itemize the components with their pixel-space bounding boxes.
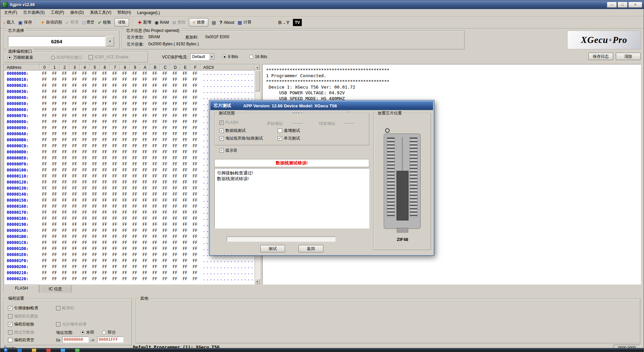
hex-byte-cell[interactable]: FF <box>90 210 100 215</box>
hex-byte-cell[interactable]: FF <box>110 258 120 263</box>
hex-byte-cell[interactable]: FF <box>160 132 170 136</box>
hex-byte-cell[interactable]: FF <box>100 210 110 215</box>
hex-byte-cell[interactable]: FF <box>50 246 60 251</box>
clear-log-button[interactable]: 清除 <box>616 53 641 60</box>
hex-byte-cell[interactable]: FF <box>40 95 50 100</box>
hex-byte-cell[interactable]: FF <box>120 138 130 142</box>
hex-byte-cell[interactable]: FF <box>50 240 60 245</box>
hex-byte-cell[interactable]: FF <box>40 222 50 227</box>
hex-byte-cell[interactable]: FF <box>160 150 170 154</box>
hex-byte-cell[interactable]: FF <box>79 198 90 203</box>
hex-byte-cell[interactable]: FF <box>90 198 100 203</box>
hex-byte-cell[interactable]: FF <box>140 95 150 100</box>
title-bar[interactable]: Xgpro v12.66 – □ × <box>0 0 644 9</box>
hex-byte-cell[interactable]: FF <box>110 132 120 136</box>
vcc-current-select[interactable]: Default <box>190 53 215 60</box>
hex-byte-cell[interactable]: FF <box>70 264 80 269</box>
hex-byte-cell[interactable]: FF <box>180 101 190 106</box>
hex-byte-cell[interactable]: FF <box>50 89 60 94</box>
hex-byte-cell[interactable]: FF <box>90 71 100 76</box>
hex-byte-cell[interactable]: FF <box>40 234 50 239</box>
hex-byte-cell[interactable]: FF <box>170 138 180 142</box>
hex-byte-cell[interactable]: FF <box>60 180 70 185</box>
hex-byte-cell[interactable]: FF <box>90 95 100 100</box>
hex-byte-cell[interactable]: FF <box>79 71 90 76</box>
hex-byte-cell[interactable]: FF <box>90 138 100 142</box>
hex-byte-cell[interactable]: FF <box>70 240 80 245</box>
hex-byte-cell[interactable]: FF <box>60 186 70 191</box>
hex-byte-cell[interactable]: FF <box>50 186 60 191</box>
chip-select-dropdown-button[interactable] <box>106 36 114 46</box>
hex-byte-cell[interactable]: FF <box>190 252 200 257</box>
hex-byte-cell[interactable]: FF <box>50 71 60 76</box>
hex-byte-cell[interactable]: FF <box>190 101 200 106</box>
hex-byte-cell[interactable]: FF <box>110 270 120 275</box>
hex-byte-cell[interactable]: FF <box>60 228 70 233</box>
hex-byte-cell[interactable]: FF <box>79 168 90 172</box>
increment-test-checkbox[interactable]: 递增测试 <box>278 128 300 134</box>
hex-byte-cell[interactable]: FF <box>60 138 70 142</box>
icsp-vcc-checkbox[interactable]: ICSP_VCC Enable <box>89 55 128 59</box>
hex-byte-cell[interactable]: FF <box>90 119 100 124</box>
save-log-button[interactable]: 保存日志 <box>588 53 613 60</box>
hex-byte-cell[interactable]: FF <box>180 144 190 148</box>
hex-byte-cell[interactable]: FF <box>120 270 130 275</box>
hex-byte-cell[interactable]: FF <box>140 174 150 179</box>
hex-byte-cell[interactable]: FF <box>150 132 160 136</box>
hex-byte-cell[interactable]: FF <box>160 174 170 179</box>
hex-byte-cell[interactable]: FF <box>40 270 50 275</box>
hex-byte-cell[interactable]: FF <box>90 89 100 94</box>
hex-byte-cell[interactable]: FF <box>40 264 50 269</box>
hex-byte-cell[interactable]: FF <box>180 113 190 118</box>
hex-byte-cell[interactable]: FF <box>79 174 90 179</box>
save-button[interactable]: ▣保存 <box>18 19 32 25</box>
hex-byte-cell[interactable]: FF <box>79 83 90 88</box>
hex-byte-cell[interactable]: FF <box>180 252 190 257</box>
hex-byte-cell[interactable]: FF <box>180 276 190 281</box>
hex-byte-cell[interactable]: FF <box>120 144 130 148</box>
hex-byte-cell[interactable]: FF <box>130 95 140 100</box>
back-button[interactable]: 返回 <box>299 245 323 252</box>
hex-byte-cell[interactable]: FF <box>40 89 50 94</box>
test-button[interactable]: 测试 <box>260 245 285 252</box>
scroll-down-icon[interactable] <box>255 279 260 284</box>
hex-byte-cell[interactable]: FF <box>50 222 60 227</box>
hex-byte-cell[interactable]: FF <box>40 246 50 251</box>
hex-byte-cell[interactable]: FF <box>120 216 130 221</box>
hex-byte-cell[interactable]: FF <box>190 89 200 94</box>
hex-byte-cell[interactable]: FF <box>70 77 80 82</box>
hex-byte-cell[interactable]: FF <box>190 192 200 197</box>
hex-byte-cell[interactable]: FF <box>60 119 70 124</box>
hex-byte-cell[interactable]: FF <box>160 228 170 233</box>
hex-byte-cell[interactable]: FF <box>170 204 180 209</box>
hex-byte-cell[interactable]: FF <box>40 71 50 76</box>
hex-byte-cell[interactable]: FF <box>110 192 120 197</box>
hex-byte-cell[interactable]: FF <box>110 125 120 130</box>
hex-byte-cell[interactable]: FF <box>150 204 160 209</box>
hex-byte-cell[interactable]: FF <box>140 83 150 88</box>
hex-byte-cell[interactable]: FF <box>120 180 130 185</box>
hex-byte-cell[interactable]: FF <box>170 168 180 172</box>
hex-byte-cell[interactable]: FF <box>40 240 50 245</box>
hex-byte-cell[interactable]: FF <box>60 246 70 251</box>
hex-byte-cell[interactable]: FF <box>110 138 120 142</box>
hex-byte-cell[interactable]: FF <box>130 71 140 76</box>
hex-byte-cell[interactable]: FF <box>140 180 150 185</box>
hex-byte-cell[interactable]: FF <box>110 204 120 209</box>
hex-byte-cell[interactable]: FF <box>170 77 180 82</box>
hex-byte-cell[interactable]: FF <box>40 198 50 203</box>
hex-byte-cell[interactable]: FF <box>100 113 110 118</box>
chevron-down-icon[interactable] <box>209 54 215 60</box>
hex-byte-cell[interactable]: FF <box>100 89 110 94</box>
blank-check-before-checkbox[interactable]: 编程前查空 <box>8 337 34 343</box>
hex-byte-cell[interactable]: FF <box>40 138 50 142</box>
hex-byte-cell[interactable]: FF <box>40 180 50 185</box>
hex-byte-cell[interactable]: FF <box>190 119 200 124</box>
hex-byte-cell[interactable]: FF <box>190 198 200 203</box>
hex-byte-cell[interactable]: FF <box>40 192 50 197</box>
hex-byte-cell[interactable]: FF <box>160 144 170 148</box>
hex-byte-cell[interactable]: FF <box>110 95 120 100</box>
hex-byte-cell[interactable]: FF <box>70 150 80 154</box>
hex-byte-cell[interactable]: FF <box>130 186 140 191</box>
hex-byte-cell[interactable]: FF <box>70 204 80 209</box>
